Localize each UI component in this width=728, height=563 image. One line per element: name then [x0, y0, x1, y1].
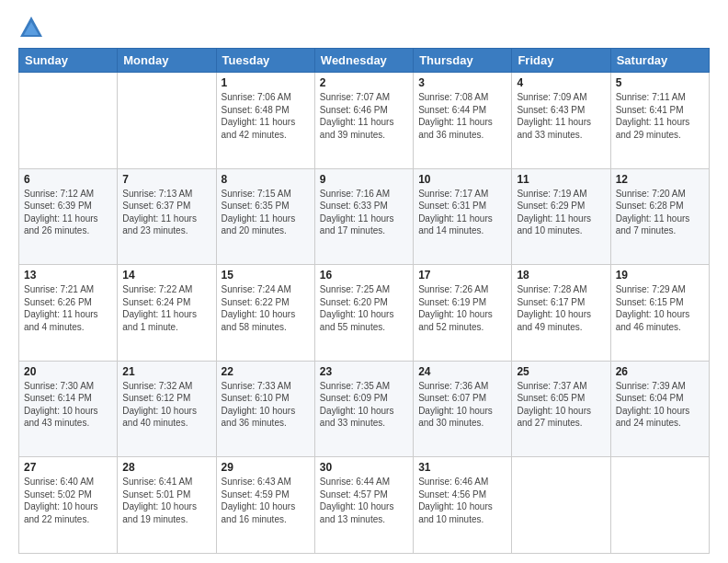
calendar-cell: 18Sunrise: 7:28 AM Sunset: 6:17 PM Dayli…	[512, 265, 610, 362]
day-number: 30	[320, 461, 408, 474]
calendar-cell: 16Sunrise: 7:25 AM Sunset: 6:20 PM Dayli…	[314, 265, 413, 362]
day-number: 25	[517, 365, 605, 378]
calendar-cell: 26Sunrise: 7:39 AM Sunset: 6:04 PM Dayli…	[610, 361, 709, 457]
day-number: 13	[24, 269, 112, 282]
calendar-cell: 24Sunrise: 7:36 AM Sunset: 6:07 PM Dayli…	[414, 361, 512, 457]
day-detail: Sunrise: 7:08 AM Sunset: 6:44 PM Dayligh…	[418, 91, 506, 141]
day-number: 2	[320, 76, 408, 89]
calendar-row: 1Sunrise: 7:06 AM Sunset: 6:48 PM Daylig…	[19, 73, 710, 169]
weekday-header-cell: Monday	[118, 49, 216, 73]
calendar-body: 1Sunrise: 7:06 AM Sunset: 6:48 PM Daylig…	[19, 73, 710, 554]
header	[18, 15, 710, 40]
day-number: 20	[24, 365, 112, 378]
calendar-cell: 25Sunrise: 7:37 AM Sunset: 6:05 PM Dayli…	[512, 361, 610, 457]
day-detail: Sunrise: 7:26 AM Sunset: 6:19 PM Dayligh…	[418, 283, 506, 333]
day-detail: Sunrise: 7:29 AM Sunset: 6:15 PM Dayligh…	[616, 283, 704, 333]
calendar-cell: 10Sunrise: 7:17 AM Sunset: 6:31 PM Dayli…	[414, 168, 512, 265]
calendar-cell: 28Sunrise: 6:41 AM Sunset: 5:01 PM Dayli…	[118, 457, 216, 554]
day-number: 14	[122, 269, 210, 282]
day-detail: Sunrise: 7:32 AM Sunset: 6:12 PM Dayligh…	[122, 380, 210, 430]
calendar-row: 6Sunrise: 7:12 AM Sunset: 6:39 PM Daylig…	[19, 168, 710, 265]
day-number: 22	[222, 365, 310, 378]
weekday-header-cell: Thursday	[414, 49, 512, 73]
day-number: 7	[122, 173, 210, 186]
calendar-cell: 11Sunrise: 7:19 AM Sunset: 6:29 PM Dayli…	[512, 168, 610, 265]
day-detail: Sunrise: 7:11 AM Sunset: 6:41 PM Dayligh…	[616, 91, 704, 141]
calendar-cell: 12Sunrise: 7:20 AM Sunset: 6:28 PM Dayli…	[610, 168, 709, 265]
day-number: 4	[517, 76, 605, 89]
day-detail: Sunrise: 6:40 AM Sunset: 5:02 PM Dayligh…	[24, 476, 112, 525]
calendar-cell	[118, 73, 216, 169]
day-number: 1	[222, 76, 310, 89]
day-detail: Sunrise: 6:46 AM Sunset: 4:56 PM Dayligh…	[418, 476, 506, 525]
day-number: 27	[24, 461, 112, 474]
calendar-cell: 20Sunrise: 7:30 AM Sunset: 6:14 PM Dayli…	[19, 361, 118, 457]
day-detail: Sunrise: 6:44 AM Sunset: 4:57 PM Dayligh…	[320, 476, 408, 525]
calendar-cell: 17Sunrise: 7:26 AM Sunset: 6:19 PM Dayli…	[414, 265, 512, 362]
calendar-cell: 8Sunrise: 7:15 AM Sunset: 6:35 PM Daylig…	[216, 168, 314, 265]
calendar-cell: 23Sunrise: 7:35 AM Sunset: 6:09 PM Dayli…	[314, 361, 413, 457]
day-detail: Sunrise: 7:17 AM Sunset: 6:31 PM Dayligh…	[418, 188, 506, 237]
calendar-row: 20Sunrise: 7:30 AM Sunset: 6:14 PM Dayli…	[19, 361, 710, 457]
calendar-cell: 31Sunrise: 6:46 AM Sunset: 4:56 PM Dayli…	[414, 457, 512, 554]
calendar-cell: 15Sunrise: 7:24 AM Sunset: 6:22 PM Dayli…	[216, 265, 314, 362]
day-number: 21	[122, 365, 210, 378]
day-detail: Sunrise: 7:35 AM Sunset: 6:09 PM Dayligh…	[320, 380, 408, 430]
day-detail: Sunrise: 7:12 AM Sunset: 6:39 PM Dayligh…	[24, 188, 112, 237]
day-number: 3	[418, 76, 506, 89]
day-number: 28	[122, 461, 210, 474]
calendar-cell: 30Sunrise: 6:44 AM Sunset: 4:57 PM Dayli…	[314, 457, 413, 554]
day-number: 12	[616, 173, 704, 186]
calendar-cell: 13Sunrise: 7:21 AM Sunset: 6:26 PM Dayli…	[19, 265, 118, 362]
calendar-row: 13Sunrise: 7:21 AM Sunset: 6:26 PM Dayli…	[19, 265, 710, 362]
day-detail: Sunrise: 6:43 AM Sunset: 4:59 PM Dayligh…	[222, 476, 310, 525]
calendar-cell: 7Sunrise: 7:13 AM Sunset: 6:37 PM Daylig…	[118, 168, 216, 265]
day-detail: Sunrise: 7:22 AM Sunset: 6:24 PM Dayligh…	[122, 283, 210, 333]
day-detail: Sunrise: 6:41 AM Sunset: 5:01 PM Dayligh…	[122, 476, 210, 525]
calendar-cell	[610, 457, 709, 554]
calendar-row: 27Sunrise: 6:40 AM Sunset: 5:02 PM Dayli…	[19, 457, 710, 554]
calendar-cell: 2Sunrise: 7:07 AM Sunset: 6:46 PM Daylig…	[314, 73, 413, 169]
weekday-header-cell: Sunday	[19, 49, 118, 73]
day-number: 29	[222, 461, 310, 474]
day-number: 18	[517, 269, 605, 282]
day-number: 19	[616, 269, 704, 282]
day-detail: Sunrise: 7:19 AM Sunset: 6:29 PM Dayligh…	[517, 188, 605, 237]
day-detail: Sunrise: 7:20 AM Sunset: 6:28 PM Dayligh…	[616, 188, 704, 237]
calendar-cell: 19Sunrise: 7:29 AM Sunset: 6:15 PM Dayli…	[610, 265, 709, 362]
day-detail: Sunrise: 7:36 AM Sunset: 6:07 PM Dayligh…	[418, 380, 506, 430]
day-detail: Sunrise: 7:25 AM Sunset: 6:20 PM Dayligh…	[320, 283, 408, 333]
day-number: 16	[320, 269, 408, 282]
day-number: 23	[320, 365, 408, 378]
day-detail: Sunrise: 7:13 AM Sunset: 6:37 PM Dayligh…	[122, 188, 210, 237]
day-number: 31	[418, 461, 506, 474]
calendar-cell: 4Sunrise: 7:09 AM Sunset: 6:43 PM Daylig…	[512, 73, 610, 169]
day-number: 11	[517, 173, 605, 186]
day-number: 26	[616, 365, 704, 378]
calendar-cell: 6Sunrise: 7:12 AM Sunset: 6:39 PM Daylig…	[19, 168, 118, 265]
day-detail: Sunrise: 7:09 AM Sunset: 6:43 PM Dayligh…	[517, 91, 605, 141]
logo	[18, 15, 46, 40]
calendar-cell: 5Sunrise: 7:11 AM Sunset: 6:41 PM Daylig…	[610, 73, 709, 169]
page: SundayMondayTuesdayWednesdayThursdayFrid…	[0, 0, 728, 563]
calendar-cell: 29Sunrise: 6:43 AM Sunset: 4:59 PM Dayli…	[216, 457, 314, 554]
day-number: 6	[24, 173, 112, 186]
calendar-cell: 14Sunrise: 7:22 AM Sunset: 6:24 PM Dayli…	[118, 265, 216, 362]
calendar-cell: 27Sunrise: 6:40 AM Sunset: 5:02 PM Dayli…	[19, 457, 118, 554]
day-number: 8	[222, 173, 310, 186]
weekday-header-cell: Saturday	[610, 49, 709, 73]
day-detail: Sunrise: 7:21 AM Sunset: 6:26 PM Dayligh…	[24, 283, 112, 333]
day-detail: Sunrise: 7:16 AM Sunset: 6:33 PM Dayligh…	[320, 188, 408, 237]
day-number: 15	[222, 269, 310, 282]
weekday-header-cell: Wednesday	[314, 49, 413, 73]
calendar-cell	[19, 73, 118, 169]
day-number: 5	[616, 76, 704, 89]
day-number: 9	[320, 173, 408, 186]
calendar: SundayMondayTuesdayWednesdayThursdayFrid…	[18, 48, 710, 554]
weekday-header-cell: Friday	[512, 49, 610, 73]
calendar-cell: 1Sunrise: 7:06 AM Sunset: 6:48 PM Daylig…	[216, 73, 314, 169]
day-detail: Sunrise: 7:07 AM Sunset: 6:46 PM Dayligh…	[320, 91, 408, 141]
day-detail: Sunrise: 7:06 AM Sunset: 6:48 PM Dayligh…	[222, 91, 310, 141]
day-detail: Sunrise: 7:15 AM Sunset: 6:35 PM Dayligh…	[222, 188, 310, 237]
calendar-cell: 21Sunrise: 7:32 AM Sunset: 6:12 PM Dayli…	[118, 361, 216, 457]
